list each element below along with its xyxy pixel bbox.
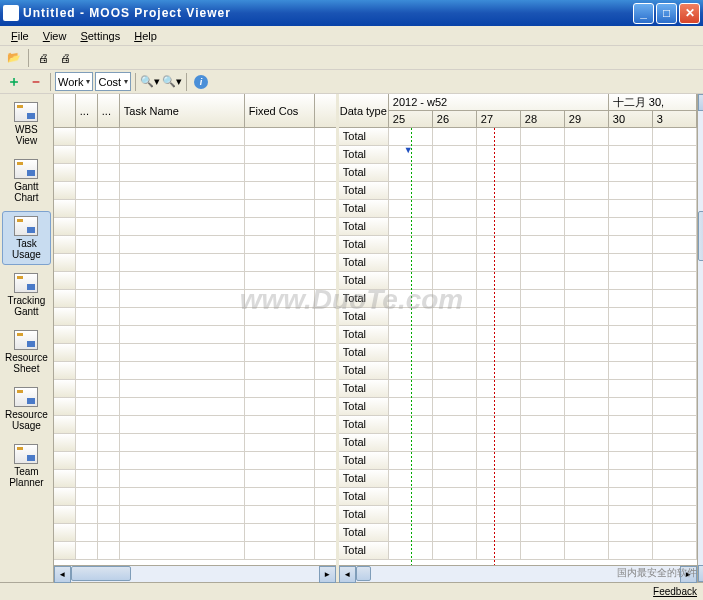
- timeline-cell[interactable]: [477, 128, 521, 145]
- timeline-cell[interactable]: [609, 470, 653, 487]
- table-cell[interactable]: [120, 254, 245, 271]
- table-row[interactable]: [54, 272, 336, 290]
- timeline-cell[interactable]: [653, 452, 697, 469]
- column-header[interactable]: ...: [98, 94, 120, 127]
- timeline-cell[interactable]: [653, 290, 697, 307]
- timeline-cell[interactable]: [521, 128, 565, 145]
- zoom-in-button[interactable]: 🔍▾: [140, 72, 160, 92]
- timeline-cell[interactable]: [653, 164, 697, 181]
- timeline-cell[interactable]: [521, 452, 565, 469]
- table-cell[interactable]: [54, 254, 76, 271]
- timeline-cell[interactable]: [653, 308, 697, 325]
- day-header[interactable]: 25: [389, 111, 433, 127]
- timeline-cell[interactable]: [653, 434, 697, 451]
- timeline-cell[interactable]: [565, 380, 609, 397]
- table-row[interactable]: [54, 380, 336, 398]
- timeline-cell[interactable]: [433, 470, 477, 487]
- cost-combo[interactable]: Cost▾: [95, 72, 131, 91]
- table-row[interactable]: [54, 524, 336, 542]
- timeline-cell[interactable]: [653, 200, 697, 217]
- table-row[interactable]: [54, 542, 336, 560]
- timeline-cell[interactable]: [565, 326, 609, 343]
- table-cell[interactable]: [120, 362, 245, 379]
- table-cell[interactable]: [245, 290, 315, 307]
- table-cell[interactable]: [245, 470, 315, 487]
- expand-button[interactable]: ＋: [4, 72, 24, 92]
- week-header[interactable]: 2012 - w52: [389, 94, 609, 110]
- table-cell[interactable]: [120, 128, 245, 145]
- timeline-cell[interactable]: [477, 362, 521, 379]
- timeline-cell[interactable]: [565, 416, 609, 433]
- table-row[interactable]: [54, 128, 336, 146]
- timeline-cell[interactable]: [609, 164, 653, 181]
- menu-help[interactable]: Help: [127, 28, 164, 44]
- table-cell[interactable]: [76, 470, 98, 487]
- scroll-right-button[interactable]: ►: [319, 566, 336, 583]
- timeline-cell[interactable]: [565, 488, 609, 505]
- table-cell[interactable]: [120, 452, 245, 469]
- timeline-cell[interactable]: [477, 506, 521, 523]
- table-cell[interactable]: [54, 452, 76, 469]
- table-row[interactable]: Total: [339, 290, 697, 308]
- table-cell[interactable]: [98, 290, 120, 307]
- table-cell[interactable]: [54, 146, 76, 163]
- table-row[interactable]: Total: [339, 326, 697, 344]
- timeline-cell[interactable]: [521, 326, 565, 343]
- table-cell[interactable]: [76, 344, 98, 361]
- timeline-cell[interactable]: [653, 344, 697, 361]
- table-cell[interactable]: [98, 218, 120, 235]
- table-cell[interactable]: [76, 236, 98, 253]
- timeline-cell[interactable]: [609, 524, 653, 541]
- day-header[interactable]: 3: [653, 111, 697, 127]
- table-cell[interactable]: [245, 236, 315, 253]
- table-cell[interactable]: [54, 488, 76, 505]
- table-cell[interactable]: [98, 146, 120, 163]
- timeline-cell[interactable]: [653, 218, 697, 235]
- table-row[interactable]: [54, 290, 336, 308]
- timeline-cell[interactable]: [521, 362, 565, 379]
- scroll-thumb[interactable]: [356, 566, 371, 581]
- feedback-link[interactable]: Feedback: [653, 586, 697, 597]
- table-row[interactable]: [54, 434, 336, 452]
- table-row[interactable]: [54, 146, 336, 164]
- scroll-up-button[interactable]: ▲: [698, 94, 703, 111]
- table-cell[interactable]: [245, 434, 315, 451]
- table-cell[interactable]: [245, 146, 315, 163]
- table-cell[interactable]: [245, 542, 315, 559]
- table-row[interactable]: Total: [339, 236, 697, 254]
- timeline-cell[interactable]: [609, 452, 653, 469]
- timeline-cell[interactable]: [653, 416, 697, 433]
- table-cell[interactable]: [54, 326, 76, 343]
- timeline-cell[interactable]: [565, 524, 609, 541]
- table-cell[interactable]: [76, 506, 98, 523]
- table-cell[interactable]: [98, 434, 120, 451]
- table-row[interactable]: [54, 326, 336, 344]
- table-cell[interactable]: [54, 344, 76, 361]
- print-button[interactable]: 🖨: [33, 48, 53, 68]
- table-cell[interactable]: [98, 416, 120, 433]
- menu-view[interactable]: View: [36, 28, 74, 44]
- day-header[interactable]: 26: [433, 111, 477, 127]
- maximize-button[interactable]: □: [656, 3, 677, 24]
- timeline-cell[interactable]: [477, 146, 521, 163]
- timeline-cell[interactable]: [609, 434, 653, 451]
- table-cell[interactable]: [54, 416, 76, 433]
- table-cell[interactable]: [98, 182, 120, 199]
- table-cell[interactable]: [54, 380, 76, 397]
- table-cell[interactable]: [245, 452, 315, 469]
- table-cell[interactable]: [98, 272, 120, 289]
- column-header[interactable]: [54, 94, 76, 127]
- timeline-cell[interactable]: [565, 542, 609, 559]
- timeline-cell[interactable]: [653, 398, 697, 415]
- timeline-cell[interactable]: [521, 308, 565, 325]
- timeline-cell[interactable]: [433, 542, 477, 559]
- timeline-cell[interactable]: [653, 362, 697, 379]
- table-cell[interactable]: [76, 290, 98, 307]
- zoom-out-button[interactable]: 🔍▾: [162, 72, 182, 92]
- timeline-cell[interactable]: [433, 524, 477, 541]
- table-row[interactable]: [54, 164, 336, 182]
- timeline-cell[interactable]: [521, 524, 565, 541]
- table-cell[interactable]: [98, 344, 120, 361]
- timeline-cell[interactable]: [609, 308, 653, 325]
- timeline-cell[interactable]: [565, 146, 609, 163]
